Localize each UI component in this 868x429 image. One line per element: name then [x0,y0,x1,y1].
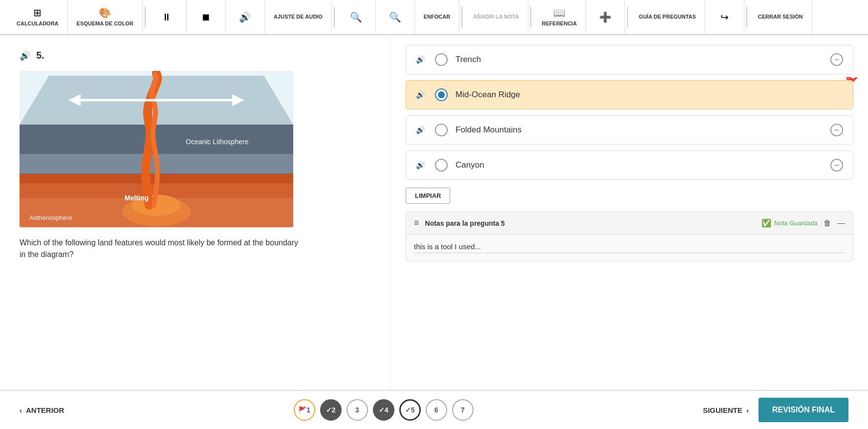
audio-c-icon[interactable]: 🔊 [416,126,425,134]
cerrar-sesion-btn[interactable]: CERRAR SESIÓN [749,0,812,34]
toolbar: ⊞ CALCULADORA 🎨 ESQUEMA DE COLOR ⏸ ⏹ 🔊 A… [0,0,868,35]
esquema-label: ESQUEMA DE COLOR [77,21,133,27]
cerrar-label: CERRAR SESIÓN [758,14,803,20]
check-indicator-5: ✓ [405,406,411,414]
anterior-btn[interactable]: ‹ ANTERIOR [20,406,64,414]
stop-icon: ⏹ [201,12,211,23]
radio-c[interactable] [435,124,448,136]
page-num-3: 3 [355,406,359,414]
anterior-label: ANTERIOR [26,406,64,414]
page-num-1: 1 [306,406,310,414]
page-indicators: 🚩 1 ✓ 2 3 ✓ 4 ✓ 5 6 7 [294,399,474,421]
check-indicator-2: ✓ [326,406,332,414]
diagram-svg: Oceanic Lithosphere Melting Asthenospher… [20,71,293,227]
diagram-container: Oceanic Lithosphere Melting Asthenospher… [20,71,293,227]
answer-option-a[interactable]: 🔊 Trench − [406,45,853,74]
minus-a[interactable]: − [830,53,843,66]
notes-input[interactable] [414,242,845,253]
final-review-btn[interactable]: REVISIÓN FINAL [759,398,848,422]
answer-text-d: Canyon [456,160,823,170]
question-number: 5. [36,50,44,61]
guia-label: GUÍA DE PREGUNTAS [639,14,696,20]
referencia-btn[interactable]: 📖 REFERENCIA [533,0,586,34]
audio-btn[interactable]: 🔊 [226,0,265,34]
notes-saved-indicator: ✅ Nota Guardada [761,218,818,228]
añadir-label: AÑADIR LA NOTA [473,14,519,20]
notes-title: Notas para la pregunta 5 [425,219,756,227]
answer-text-b: Mid-Ocean Ridge [456,90,843,100]
audio-a-icon[interactable]: 🔊 [416,55,425,64]
page-dot-5[interactable]: ✓ 5 [399,399,421,421]
delete-note-btn[interactable]: 🗑 [824,219,831,228]
answer-option-c[interactable]: 🔊 Folded Mountains − [406,115,853,145]
notes-actions: 🗑 — [824,219,845,228]
notes-body [406,235,853,261]
page-dot-1[interactable]: 🚩 1 [294,399,315,421]
page-dot-3[interactable]: 3 [347,399,368,421]
flag-indicator: 🚩 [298,406,306,414]
radio-a[interactable] [435,53,448,66]
add-ref-btn[interactable]: ➕ [586,0,625,34]
svg-text:Asthenosphere: Asthenosphere [29,214,72,221]
book-icon: 📖 [553,7,565,19]
page-num-4: 4 [385,406,389,414]
pause-btn[interactable]: ⏸ [148,0,187,34]
exit-btn[interactable]: ↪ [705,0,744,34]
audio-b-icon[interactable]: 🔊 [416,90,425,99]
question-text: Which of the following land features wou… [20,237,303,260]
page-dot-6[interactable]: 6 [426,399,447,421]
zoom-in-icon: 🔍 [389,11,401,23]
clear-button[interactable]: LIMPIAR [406,188,450,204]
stop-btn[interactable]: ⏹ [187,0,226,34]
ajuste-label: AJUSTE DE AUDIO [274,14,323,20]
left-panel: 🔊 5. [0,35,391,390]
divider-6 [746,7,747,27]
minus-c[interactable]: − [830,124,843,136]
calculadora-btn[interactable]: ⊞ CALCULADORA [8,0,68,34]
page-dot-7[interactable]: 7 [452,399,474,421]
calculator-icon: ⊞ [33,7,42,19]
check-indicator-4: ✓ [379,406,385,414]
exit-icon: ↪ [720,11,729,23]
calculadora-label: CALCULADORA [17,21,59,27]
ajuste-audio-btn[interactable]: AJUSTE DE AUDIO [265,0,332,34]
radio-b[interactable] [435,88,448,101]
minus-d[interactable]: − [830,159,843,172]
añadir-nota-btn[interactable]: AÑADIR LA NOTA [464,0,528,34]
answer-text-c: Folded Mountains [456,125,823,135]
zoom-in-btn[interactable]: 🔍 [376,0,415,34]
answers-container: 🔊 Trench − 🔊 Mid-Ocean Ridge 🔊 Folded Mo… [406,45,853,186]
notes-header: ≡ Notas para la pregunta 5 ✅ Nota Guarda… [406,212,853,235]
divider-5 [627,7,628,27]
notes-panel: ≡ Notas para la pregunta 5 ✅ Nota Guarda… [406,212,853,261]
divider-4 [530,7,531,27]
page-dot-2[interactable]: ✓ 2 [320,399,342,421]
audio-d-icon[interactable]: 🔊 [416,161,425,170]
answer-option-d[interactable]: 🔊 Canyon − [406,150,853,180]
divider-2 [334,7,335,27]
add-icon: ➕ [599,11,611,23]
enfocar-btn[interactable]: ENFOCAR [415,0,459,34]
notes-icon: ≡ [414,218,419,228]
guia-btn[interactable]: GUÍA DE PREGUNTAS [630,0,705,34]
left-arrow-icon: ‹ [20,406,22,414]
radio-d[interactable] [435,159,448,172]
minimize-note-btn[interactable]: — [837,219,845,228]
main-content: 🔊 5. [0,35,868,390]
divider-3 [461,7,462,27]
bottom-nav: ‹ ANTERIOR 🚩 1 ✓ 2 3 ✓ 4 ✓ 5 6 [0,390,868,429]
color-wheel-icon: 🎨 [99,7,111,19]
radio-b-inner [438,91,445,98]
audio-icon: 🔊 [239,11,251,23]
esquema-color-btn[interactable]: 🎨 ESQUEMA DE COLOR [68,0,143,34]
enfocar-label: ENFOCAR [424,14,450,20]
answer-option-b[interactable]: 🔊 Mid-Ocean Ridge [406,80,853,109]
referencia-label: REFERENCIA [542,21,577,27]
zoom-out-icon: 🔍 [350,11,362,23]
page-dot-4[interactable]: ✓ 4 [373,399,394,421]
right-arrow-icon: › [746,406,749,414]
siguiente-btn[interactable]: SIGUIENTE › [703,406,749,414]
zoom-out-btn[interactable]: 🔍 [337,0,376,34]
page-num-5: 5 [411,406,415,414]
question-audio-icon[interactable]: 🔊 [20,50,30,61]
